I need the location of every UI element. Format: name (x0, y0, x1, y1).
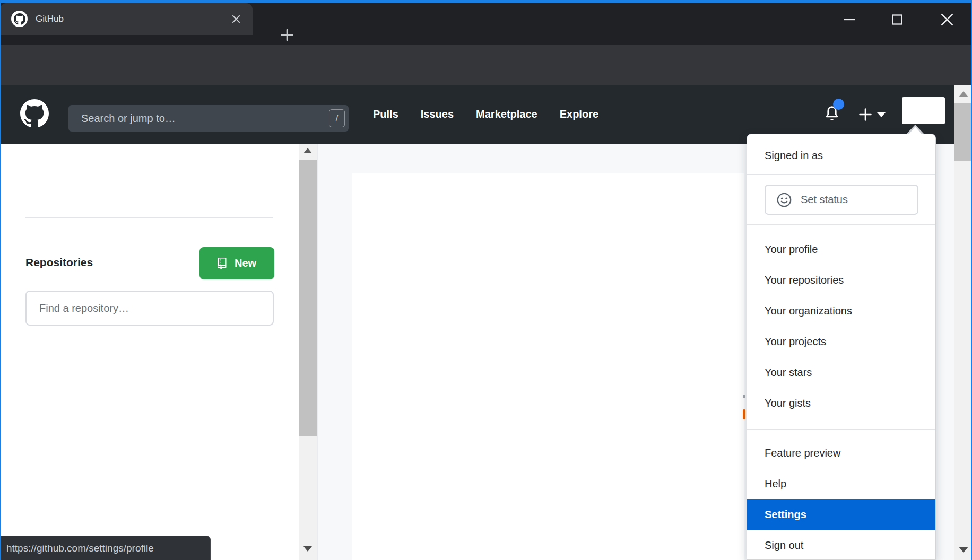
find-repository-input[interactable] (25, 291, 274, 326)
menu-item-your-organizations[interactable]: Your organizations (747, 295, 935, 326)
smiley-icon (776, 192, 792, 208)
repo-icon (218, 258, 229, 269)
tab-close-icon[interactable] (230, 13, 242, 25)
menu-group-secondary: Feature preview Help Settings Sign out (747, 429, 935, 560)
new-repository-button[interactable]: New (199, 247, 274, 279)
tab-title: GitHub (36, 14, 64, 24)
set-status-button[interactable]: Set status (765, 185, 918, 215)
window-border (0, 0, 972, 3)
menu-item-your-repositories[interactable]: Your repositories (747, 265, 935, 295)
maximize-icon (891, 13, 904, 26)
occluded-content-fragment (743, 409, 745, 419)
scroll-up-icon[interactable] (303, 148, 312, 153)
menu-item-your-gists[interactable]: Your gists (747, 388, 935, 418)
nav-explore[interactable]: Explore (560, 108, 598, 120)
github-favicon (11, 11, 28, 27)
nav-pulls[interactable]: Pulls (373, 108, 398, 120)
github-nav: Pulls Issues Marketplace Explore (373, 108, 598, 120)
browser-tab[interactable]: GitHub (0, 3, 253, 35)
menu-item-help[interactable]: Help (747, 468, 935, 499)
new-button-label: New (235, 257, 256, 269)
window-border (0, 0, 1, 560)
plus-icon[interactable] (858, 108, 872, 121)
minimize-icon (843, 13, 856, 26)
user-dropdown-menu: Signed in as Set status Your profile You… (747, 134, 936, 560)
caret-down-icon[interactable] (877, 112, 886, 117)
browser-scrollbar-thumb[interactable] (954, 103, 972, 161)
repositories-title: Repositories (25, 256, 93, 269)
browser-window: GitHub (0, 0, 972, 560)
scroll-down-icon[interactable] (303, 546, 312, 552)
signed-in-as-label: Signed in as (765, 150, 823, 162)
set-status-label: Set status (801, 194, 848, 206)
search-shortcut-hint: / (329, 109, 345, 127)
page-scrollbar-thumb[interactable] (299, 160, 317, 436)
nav-marketplace[interactable]: Marketplace (476, 108, 537, 120)
close-icon (940, 13, 954, 27)
status-bar-url: https://github.com/settings/profile (0, 536, 211, 560)
menu-item-sign-out[interactable]: Sign out (747, 530, 935, 560)
window-close-button[interactable] (939, 12, 955, 28)
divider (747, 174, 935, 175)
divider (25, 217, 273, 218)
main-content (352, 173, 744, 560)
maximize-button[interactable] (889, 12, 905, 28)
occluded-content-fragment (743, 395, 745, 398)
new-tab-icon[interactable] (280, 28, 294, 42)
minimize-button[interactable] (841, 12, 857, 28)
nav-issues[interactable]: Issues (421, 108, 454, 120)
dropdown-caret (908, 127, 922, 135)
menu-item-settings[interactable]: Settings (747, 499, 935, 530)
menu-item-feature-preview[interactable]: Feature preview (747, 438, 935, 468)
octocat-logo-icon[interactable] (20, 99, 49, 128)
scroll-down-icon[interactable] (959, 547, 968, 553)
avatar[interactable] (902, 97, 945, 124)
menu-group-primary: Your profile Your repositories Your orga… (747, 224, 935, 429)
notification-dot (833, 99, 844, 110)
search-input[interactable] (68, 105, 349, 132)
menu-item-your-projects[interactable]: Your projects (747, 326, 935, 357)
menu-item-your-stars[interactable]: Your stars (747, 357, 935, 388)
tab-strip: GitHub (0, 3, 972, 45)
scroll-up-icon[interactable] (959, 91, 968, 97)
browser-toolbar: github.com G シークレット (0, 45, 972, 85)
menu-item-your-profile[interactable]: Your profile (747, 234, 935, 265)
dashboard-sidebar (0, 144, 299, 560)
